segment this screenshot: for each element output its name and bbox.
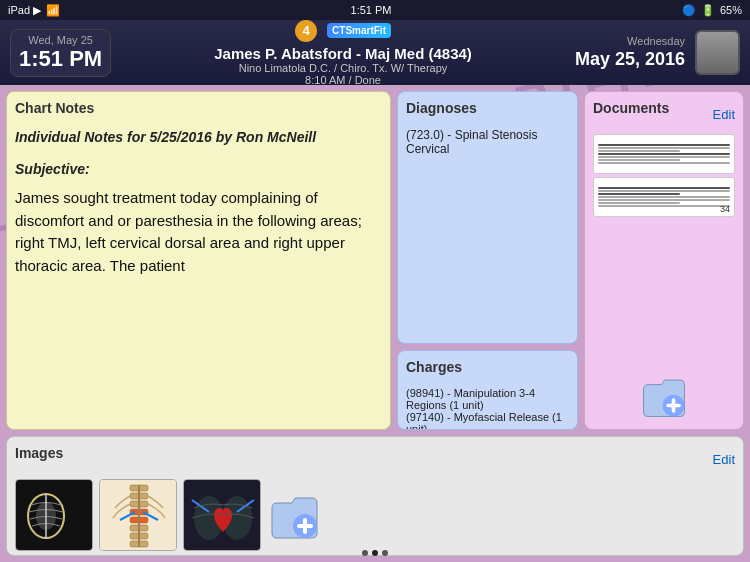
header-center: 4 CTSmartFit James P. Abatsford - Maj Me… bbox=[111, 20, 575, 86]
documents-edit-button[interactable]: Edit bbox=[713, 107, 735, 122]
wifi-icon: 📶 bbox=[46, 4, 60, 17]
page-dot-3 bbox=[382, 550, 388, 556]
status-time: 1:51 PM bbox=[351, 4, 392, 16]
chest-xray-image bbox=[184, 480, 261, 551]
header-time: 1:51 PM bbox=[19, 46, 102, 72]
doc-line bbox=[598, 202, 680, 204]
doc-line bbox=[598, 193, 680, 195]
chart-notes-content[interactable]: Individual Notes for 5/25/2016 by Ron Mc… bbox=[15, 128, 382, 421]
notes-subjective-label: Subjective: bbox=[15, 160, 382, 180]
doc-line bbox=[598, 159, 680, 161]
bluetooth-icon: 🔵 bbox=[682, 4, 696, 17]
chart-notes-title: Chart Notes bbox=[15, 100, 382, 120]
charges-title: Charges bbox=[406, 359, 569, 379]
date-day-label: Wednesday bbox=[627, 35, 685, 47]
add-document-button[interactable] bbox=[639, 371, 689, 421]
images-panel: Images Edit bbox=[6, 436, 744, 556]
main-content: Chart Notes Individual Notes for 5/25/20… bbox=[0, 85, 750, 562]
notes-individual-header: Individual Notes for 5/25/2016 by Ron Mc… bbox=[15, 128, 382, 148]
diagnoses-content: (723.0) - Spinal Stenosis Cervical bbox=[406, 128, 569, 156]
xray-image-1 bbox=[16, 480, 93, 551]
header: Wed, May 25 1:51 PM 4 CTSmartFit James P… bbox=[0, 20, 750, 85]
diagnoses-title: Diagnoses bbox=[406, 100, 569, 120]
document-thumbnail-2[interactable]: 34 bbox=[593, 177, 735, 217]
notification-badge[interactable]: 4 bbox=[295, 20, 317, 42]
battery-icon: 🔋 bbox=[701, 4, 715, 17]
status-right: 🔵 🔋 65% bbox=[682, 4, 742, 17]
image-thumbnail-2[interactable] bbox=[99, 479, 177, 551]
doc-line bbox=[598, 187, 730, 189]
add-image-button[interactable] bbox=[267, 488, 322, 543]
documents-title: Documents bbox=[593, 100, 669, 120]
doc-line bbox=[598, 190, 730, 192]
header-right-group: Wednesday May 25, 2016 bbox=[575, 30, 740, 75]
images-edit-button[interactable]: Edit bbox=[713, 452, 735, 467]
header-date: Wednesday May 25, 2016 bbox=[575, 35, 685, 70]
doc-line bbox=[598, 156, 730, 158]
image-thumbnail-1[interactable] bbox=[15, 479, 93, 551]
doc-line bbox=[598, 162, 730, 164]
charges-panel: Charges (98941) - Manipulation 3-4 Regio… bbox=[397, 350, 578, 430]
top-row: Chart Notes Individual Notes for 5/25/20… bbox=[6, 91, 744, 430]
document-thumbnail-1[interactable] bbox=[593, 134, 735, 174]
add-image-icon bbox=[267, 488, 322, 543]
notes-body-text: James sought treatment today complaining… bbox=[15, 187, 382, 277]
provider-name: Nino Limatola D.C. / Chiro. Tx. W/ Thera… bbox=[121, 62, 565, 74]
page-dot-2 bbox=[372, 550, 378, 556]
diagnoses-charges-column: Diagnoses (723.0) - Spinal Stenosis Cerv… bbox=[397, 91, 578, 430]
doc-line bbox=[598, 150, 680, 152]
page-dot-1 bbox=[362, 550, 368, 556]
battery-percent: 65% bbox=[720, 4, 742, 16]
images-header: Images Edit bbox=[15, 445, 735, 473]
charges-content: (98941) - Manipulation 3-4 Regions (1 un… bbox=[406, 387, 569, 430]
ipad-label: iPad ▶ bbox=[8, 4, 41, 17]
date-month-day: May 25, 2016 bbox=[575, 49, 685, 70]
header-datetime: Wed, May 25 1:51 PM bbox=[10, 29, 111, 77]
images-title: Images bbox=[15, 445, 63, 465]
avatar-image bbox=[697, 32, 738, 73]
avatar bbox=[695, 30, 740, 75]
patient-name: James P. Abatsford - Maj Med (4834) bbox=[121, 45, 565, 62]
add-document-icon bbox=[639, 371, 689, 421]
diagnosis-item-0: (723.0) - Spinal Stenosis Cervical bbox=[406, 128, 569, 156]
documents-grid: 34 bbox=[593, 134, 735, 366]
doc-line bbox=[598, 153, 730, 155]
documents-panel: Documents Edit bbox=[584, 91, 744, 430]
page-indicator bbox=[362, 550, 388, 556]
doc-line bbox=[598, 147, 730, 149]
images-row bbox=[15, 479, 735, 551]
status-left: iPad ▶ 📶 bbox=[8, 4, 60, 17]
doc-line bbox=[598, 205, 730, 207]
doc-line bbox=[598, 144, 730, 146]
ct-logo[interactable]: CTSmartFit bbox=[327, 23, 391, 38]
status-bar: iPad ▶ 📶 1:51 PM 🔵 🔋 65% bbox=[0, 0, 750, 20]
image-thumbnail-3[interactable] bbox=[183, 479, 261, 551]
spine-image bbox=[100, 480, 177, 551]
doc-lines-2: 34 bbox=[594, 184, 734, 210]
header-day: Wed, May 25 bbox=[28, 34, 93, 46]
chart-notes-panel: Chart Notes Individual Notes for 5/25/20… bbox=[6, 91, 391, 430]
charge-item-1: (97140) - Myofascial Release (1 unit) bbox=[406, 411, 569, 430]
doc-page-num: 34 bbox=[720, 204, 730, 214]
doc-line bbox=[598, 196, 730, 198]
svg-rect-2 bbox=[666, 404, 681, 408]
charge-item-0: (98941) - Manipulation 3-4 Regions (1 un… bbox=[406, 387, 569, 411]
documents-title-row: Documents Edit bbox=[593, 100, 735, 128]
diagnoses-panel: Diagnoses (723.0) - Spinal Stenosis Cerv… bbox=[397, 91, 578, 344]
svg-rect-26 bbox=[297, 524, 313, 528]
appointment-time: 8:10 AM / Done bbox=[121, 74, 565, 86]
doc-line bbox=[598, 199, 730, 201]
doc-lines-1 bbox=[594, 141, 734, 167]
